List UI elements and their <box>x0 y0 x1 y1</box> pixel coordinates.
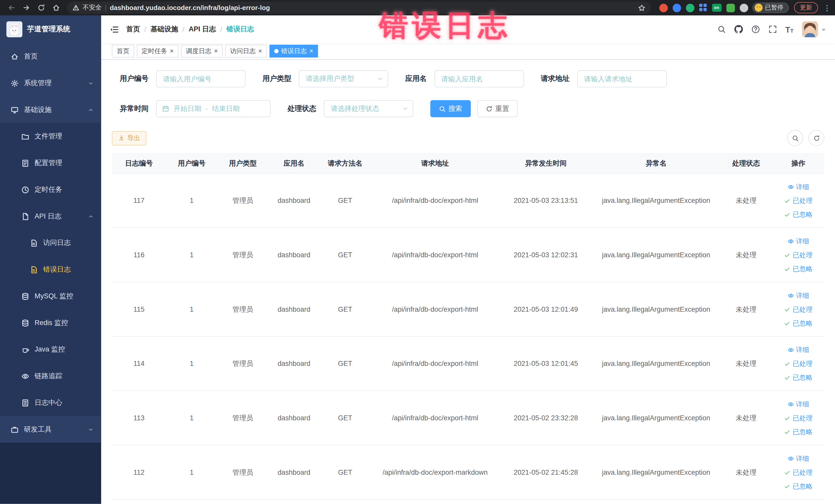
processed-link[interactable]: 已处理 <box>774 248 822 262</box>
end-date-placeholder: 结束日期 <box>212 104 240 114</box>
sidebar-item-infra[interactable]: 基础设施 <box>0 97 101 123</box>
github-icon[interactable] <box>734 25 742 34</box>
user-avatar <box>802 21 818 37</box>
sidebar-item-dev-tools[interactable]: 研发工具 <box>0 416 101 443</box>
ignored-link[interactable]: 已忽略 <box>774 207 822 221</box>
back-icon[interactable] <box>4 1 18 14</box>
reset-button[interactable]: 重置 <box>477 100 518 117</box>
breadcrumb-home[interactable]: 首页 <box>126 24 140 34</box>
app-logo[interactable]: 芋道管理系统 <box>0 15 101 43</box>
sidebar-item-mysql-monitor[interactable]: MySQL 监控 <box>0 283 101 310</box>
detail-link[interactable]: 详细 <box>774 180 822 194</box>
check-icon <box>784 251 790 258</box>
toggle-search-button[interactable] <box>787 130 803 146</box>
tab-scheduled-task[interactable]: 定时任务× <box>137 45 178 58</box>
not-secure-icon <box>73 4 79 11</box>
check-icon <box>784 211 790 218</box>
extension-icon-grid[interactable] <box>699 4 707 12</box>
tab-access-log[interactable]: 访问日志× <box>225 45 267 58</box>
sidebar-collapse-icon[interactable] <box>109 25 119 34</box>
process-status-select[interactable]: 请选择处理状态 <box>324 100 413 117</box>
detail-link[interactable]: 详细 <box>774 397 822 411</box>
sidebar-item-config-manage[interactable]: 配置管理 <box>0 150 101 176</box>
check-icon <box>784 374 790 381</box>
ignored-link[interactable]: 已忽略 <box>774 316 822 330</box>
url-bar[interactable]: 不安全 | dashboard.yudao.iocoder.cn/infra/l… <box>67 2 650 14</box>
close-tab-icon[interactable]: × <box>170 48 174 55</box>
security-label: 不安全 <box>83 3 102 12</box>
sidebar-item-access-log[interactable]: 访问日志 <box>0 229 101 256</box>
ignored-link[interactable]: 已忽略 <box>774 370 822 384</box>
extension-icon-leaf[interactable] <box>726 3 735 12</box>
tab-error-log[interactable]: 错误日志× <box>269 45 318 58</box>
detail-link[interactable]: 详细 <box>774 451 822 465</box>
table-toolbar: 导出 <box>101 130 835 146</box>
breadcrumb-infra[interactable]: 基础设施 <box>150 24 178 34</box>
extension-icon-blue[interactable] <box>672 3 681 12</box>
breadcrumb: 首页 / 基础设施 / API 日志 / 错误日志 <box>126 24 254 34</box>
detail-link[interactable]: 详细 <box>774 288 822 302</box>
sidebar-item-api-log[interactable]: API 日志 <box>0 203 101 229</box>
breadcrumb-api-log[interactable]: API 日志 <box>189 24 216 34</box>
detail-link[interactable]: 详细 <box>774 234 822 248</box>
reload-icon[interactable] <box>34 1 48 14</box>
font-size-icon[interactable]: TT <box>786 25 794 33</box>
sidebar-item-trace[interactable]: 链路追踪 <box>0 363 101 389</box>
cell-actions: 详细 已处理 已忽略 <box>772 173 824 228</box>
sidebar-item-log-center[interactable]: 日志中心 <box>0 389 101 416</box>
request-url-input[interactable] <box>577 70 667 87</box>
browser-menu-icon[interactable]: ⋮ <box>823 3 831 12</box>
refresh-button[interactable] <box>808 130 824 146</box>
user-type-select[interactable]: 请选择用户类型 <box>299 70 388 87</box>
processed-link[interactable]: 已处理 <box>774 357 822 370</box>
sidebar-item-java-monitor[interactable]: Java 监控 <box>0 336 101 363</box>
processed-link[interactable]: 已处理 <box>774 465 822 479</box>
paused-label: 已暂停 <box>765 4 783 12</box>
update-button[interactable]: 更新 <box>794 2 818 13</box>
ignored-link[interactable]: 已忽略 <box>774 262 822 276</box>
chevron-down-icon <box>402 105 408 112</box>
sidebar-item-scheduled-task[interactable]: 定时任务 <box>0 176 101 203</box>
ignored-link[interactable]: 已忽略 <box>774 425 822 439</box>
sidebar-item-error-log[interactable]: 错误日志 <box>0 256 101 283</box>
app-name-input[interactable] <box>434 70 524 87</box>
sidebar-item-system[interactable]: 系统管理 <box>0 70 101 97</box>
tab-dispatch-log[interactable]: 调度日志× <box>181 45 223 58</box>
sidebar-item-redis-monitor[interactable]: Redis 监控 <box>0 309 101 336</box>
tab-home[interactable]: 首页 <box>112 45 134 58</box>
close-tab-icon[interactable]: × <box>309 48 313 55</box>
close-tab-icon[interactable]: × <box>258 48 262 55</box>
bookmark-star-icon[interactable] <box>638 4 645 12</box>
processed-link[interactable]: 已处理 <box>774 194 822 207</box>
close-tab-icon[interactable]: × <box>214 48 218 55</box>
breadcrumb-error-log: 错误日志 <box>226 24 254 34</box>
check-icon <box>784 415 790 421</box>
forward-icon[interactable] <box>19 1 33 14</box>
export-button[interactable]: 导出 <box>112 131 147 145</box>
detail-link[interactable]: 详细 <box>774 343 822 357</box>
extension-icon-paw[interactable] <box>739 3 748 12</box>
eye-icon <box>787 238 794 244</box>
fullscreen-icon[interactable] <box>768 25 777 34</box>
extension-icon-on-badge[interactable]: on <box>712 4 721 12</box>
sidebar-item-file-manage[interactable]: 文件管理 <box>0 123 101 150</box>
table-row: 116 1 管理员 dashboard GET /api/infra/db-do… <box>112 228 824 282</box>
extension-icon-green[interactable] <box>686 3 694 12</box>
paused-button[interactable]: 已暂停 <box>752 3 789 13</box>
exception-time-range-picker[interactable]: 开始日期 - 结束日期 <box>156 100 270 117</box>
start-date-placeholder: 开始日期 <box>174 104 201 114</box>
home-icon[interactable] <box>49 1 63 14</box>
ignored-link[interactable]: 已忽略 <box>774 479 822 493</box>
extension-icon-red[interactable] <box>659 3 667 12</box>
sidebar-item-home[interactable]: 首页 <box>0 43 101 70</box>
processed-link[interactable]: 已处理 <box>774 411 822 425</box>
table-header-row: 日志编号 用户编号 用户类型 应用名 请求方法名 请求地址 异常发生时间 异常名… <box>112 154 824 174</box>
home-icon <box>11 53 19 60</box>
user-menu[interactable] <box>802 21 826 37</box>
search-icon[interactable] <box>717 25 726 34</box>
user-id-input[interactable] <box>156 70 246 87</box>
processed-link[interactable]: 已处理 <box>774 302 822 316</box>
search-button[interactable]: 搜索 <box>430 100 471 117</box>
col-exception-time: 异常发生时间 <box>500 154 592 174</box>
help-icon[interactable] <box>751 25 760 34</box>
